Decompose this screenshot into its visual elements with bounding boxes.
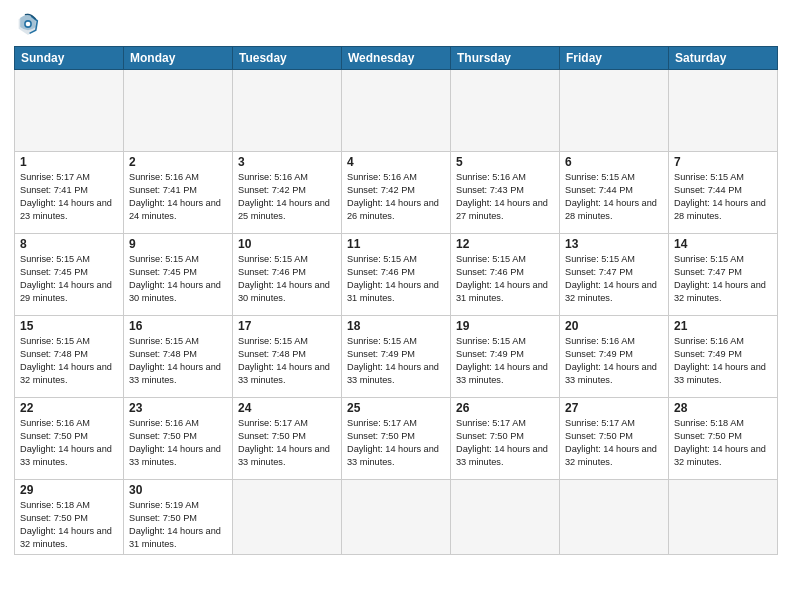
cell-info: Sunrise: 5:17 AMSunset: 7:50 PMDaylight:…	[565, 417, 663, 469]
day-number: 14	[674, 237, 772, 251]
day-cell: 29Sunrise: 5:18 AMSunset: 7:50 PMDayligh…	[15, 480, 124, 555]
col-header-thursday: Thursday	[451, 47, 560, 70]
day-cell: 24Sunrise: 5:17 AMSunset: 7:50 PMDayligh…	[233, 398, 342, 480]
day-cell: 16Sunrise: 5:15 AMSunset: 7:48 PMDayligh…	[124, 316, 233, 398]
cell-info: Sunrise: 5:16 AMSunset: 7:41 PMDaylight:…	[129, 171, 227, 223]
day-cell: 26Sunrise: 5:17 AMSunset: 7:50 PMDayligh…	[451, 398, 560, 480]
day-cell: 12Sunrise: 5:15 AMSunset: 7:46 PMDayligh…	[451, 234, 560, 316]
cell-info: Sunrise: 5:15 AMSunset: 7:44 PMDaylight:…	[674, 171, 772, 223]
day-cell: 20Sunrise: 5:16 AMSunset: 7:49 PMDayligh…	[560, 316, 669, 398]
cell-info: Sunrise: 5:16 AMSunset: 7:50 PMDaylight:…	[129, 417, 227, 469]
day-number: 20	[565, 319, 663, 333]
calendar: SundayMondayTuesdayWednesdayThursdayFrid…	[14, 46, 778, 555]
day-number: 3	[238, 155, 336, 169]
day-cell: 28Sunrise: 5:18 AMSunset: 7:50 PMDayligh…	[669, 398, 778, 480]
day-number: 5	[456, 155, 554, 169]
day-number: 15	[20, 319, 118, 333]
week-row-1: 1Sunrise: 5:17 AMSunset: 7:41 PMDaylight…	[15, 152, 778, 234]
week-row-2: 8Sunrise: 5:15 AMSunset: 7:45 PMDaylight…	[15, 234, 778, 316]
day-cell: 10Sunrise: 5:15 AMSunset: 7:46 PMDayligh…	[233, 234, 342, 316]
cell-info: Sunrise: 5:17 AMSunset: 7:50 PMDaylight:…	[238, 417, 336, 469]
col-header-saturday: Saturday	[669, 47, 778, 70]
day-cell	[233, 480, 342, 555]
svg-point-3	[26, 22, 31, 27]
day-cell: 19Sunrise: 5:15 AMSunset: 7:49 PMDayligh…	[451, 316, 560, 398]
day-cell: 14Sunrise: 5:15 AMSunset: 7:47 PMDayligh…	[669, 234, 778, 316]
cell-info: Sunrise: 5:17 AMSunset: 7:50 PMDaylight:…	[456, 417, 554, 469]
cell-info: Sunrise: 5:15 AMSunset: 7:47 PMDaylight:…	[674, 253, 772, 305]
cell-info: Sunrise: 5:16 AMSunset: 7:42 PMDaylight:…	[347, 171, 445, 223]
day-cell	[451, 480, 560, 555]
day-number: 6	[565, 155, 663, 169]
cell-info: Sunrise: 5:16 AMSunset: 7:42 PMDaylight:…	[238, 171, 336, 223]
day-cell: 15Sunrise: 5:15 AMSunset: 7:48 PMDayligh…	[15, 316, 124, 398]
cell-info: Sunrise: 5:16 AMSunset: 7:49 PMDaylight:…	[565, 335, 663, 387]
cell-info: Sunrise: 5:18 AMSunset: 7:50 PMDaylight:…	[20, 499, 118, 551]
cell-info: Sunrise: 5:15 AMSunset: 7:45 PMDaylight:…	[20, 253, 118, 305]
day-cell: 4Sunrise: 5:16 AMSunset: 7:42 PMDaylight…	[342, 152, 451, 234]
week-row-5: 29Sunrise: 5:18 AMSunset: 7:50 PMDayligh…	[15, 480, 778, 555]
day-number: 4	[347, 155, 445, 169]
day-number: 19	[456, 319, 554, 333]
day-cell: 7Sunrise: 5:15 AMSunset: 7:44 PMDaylight…	[669, 152, 778, 234]
day-cell: 6Sunrise: 5:15 AMSunset: 7:44 PMDaylight…	[560, 152, 669, 234]
day-cell: 9Sunrise: 5:15 AMSunset: 7:45 PMDaylight…	[124, 234, 233, 316]
day-cell: 3Sunrise: 5:16 AMSunset: 7:42 PMDaylight…	[233, 152, 342, 234]
cell-info: Sunrise: 5:15 AMSunset: 7:46 PMDaylight:…	[456, 253, 554, 305]
day-number: 1	[20, 155, 118, 169]
day-number: 22	[20, 401, 118, 415]
page: SundayMondayTuesdayWednesdayThursdayFrid…	[0, 0, 792, 612]
day-cell	[669, 480, 778, 555]
day-number: 12	[456, 237, 554, 251]
cell-info: Sunrise: 5:15 AMSunset: 7:44 PMDaylight:…	[565, 171, 663, 223]
cell-info: Sunrise: 5:19 AMSunset: 7:50 PMDaylight:…	[129, 499, 227, 551]
day-cell: 5Sunrise: 5:16 AMSunset: 7:43 PMDaylight…	[451, 152, 560, 234]
day-cell: 25Sunrise: 5:17 AMSunset: 7:50 PMDayligh…	[342, 398, 451, 480]
cell-info: Sunrise: 5:16 AMSunset: 7:50 PMDaylight:…	[20, 417, 118, 469]
week-row-0	[15, 70, 778, 152]
day-cell	[560, 480, 669, 555]
col-header-friday: Friday	[560, 47, 669, 70]
day-cell: 11Sunrise: 5:15 AMSunset: 7:46 PMDayligh…	[342, 234, 451, 316]
cell-info: Sunrise: 5:15 AMSunset: 7:48 PMDaylight:…	[20, 335, 118, 387]
day-number: 2	[129, 155, 227, 169]
day-number: 17	[238, 319, 336, 333]
day-cell: 1Sunrise: 5:17 AMSunset: 7:41 PMDaylight…	[15, 152, 124, 234]
day-number: 16	[129, 319, 227, 333]
day-number: 29	[20, 483, 118, 497]
day-cell: 17Sunrise: 5:15 AMSunset: 7:48 PMDayligh…	[233, 316, 342, 398]
col-header-wednesday: Wednesday	[342, 47, 451, 70]
day-number: 27	[565, 401, 663, 415]
day-number: 18	[347, 319, 445, 333]
day-cell	[124, 70, 233, 152]
day-number: 10	[238, 237, 336, 251]
day-number: 23	[129, 401, 227, 415]
cell-info: Sunrise: 5:15 AMSunset: 7:46 PMDaylight:…	[238, 253, 336, 305]
day-number: 24	[238, 401, 336, 415]
header	[14, 10, 778, 38]
cell-info: Sunrise: 5:15 AMSunset: 7:45 PMDaylight:…	[129, 253, 227, 305]
day-cell	[15, 70, 124, 152]
day-cell: 27Sunrise: 5:17 AMSunset: 7:50 PMDayligh…	[560, 398, 669, 480]
day-cell	[451, 70, 560, 152]
cell-info: Sunrise: 5:15 AMSunset: 7:46 PMDaylight:…	[347, 253, 445, 305]
cell-info: Sunrise: 5:15 AMSunset: 7:48 PMDaylight:…	[129, 335, 227, 387]
cell-info: Sunrise: 5:18 AMSunset: 7:50 PMDaylight:…	[674, 417, 772, 469]
day-cell	[669, 70, 778, 152]
day-cell	[342, 480, 451, 555]
cell-info: Sunrise: 5:15 AMSunset: 7:48 PMDaylight:…	[238, 335, 336, 387]
day-number: 21	[674, 319, 772, 333]
logo-icon	[14, 10, 42, 38]
cell-info: Sunrise: 5:16 AMSunset: 7:43 PMDaylight:…	[456, 171, 554, 223]
day-number: 26	[456, 401, 554, 415]
cell-info: Sunrise: 5:17 AMSunset: 7:50 PMDaylight:…	[347, 417, 445, 469]
cell-info: Sunrise: 5:15 AMSunset: 7:49 PMDaylight:…	[456, 335, 554, 387]
col-header-sunday: Sunday	[15, 47, 124, 70]
day-number: 28	[674, 401, 772, 415]
cell-info: Sunrise: 5:15 AMSunset: 7:49 PMDaylight:…	[347, 335, 445, 387]
week-row-3: 15Sunrise: 5:15 AMSunset: 7:48 PMDayligh…	[15, 316, 778, 398]
day-cell: 2Sunrise: 5:16 AMSunset: 7:41 PMDaylight…	[124, 152, 233, 234]
day-cell: 18Sunrise: 5:15 AMSunset: 7:49 PMDayligh…	[342, 316, 451, 398]
col-header-tuesday: Tuesday	[233, 47, 342, 70]
day-number: 8	[20, 237, 118, 251]
